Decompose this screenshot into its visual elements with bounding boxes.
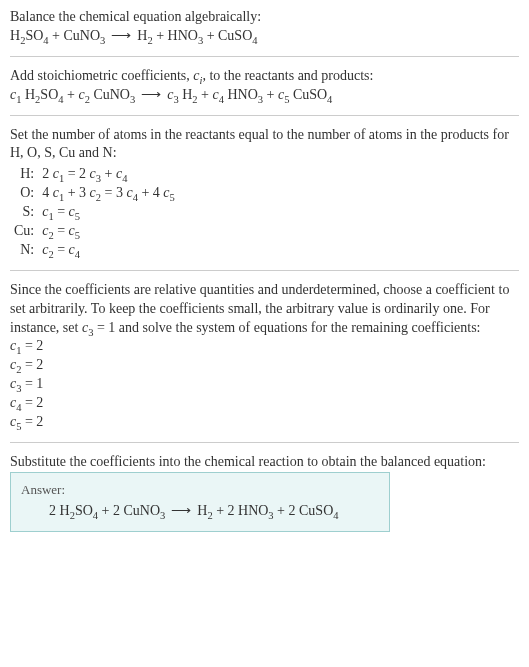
element-equation: 2 c1 = 2 c3 + c4 xyxy=(38,165,179,184)
table-row: S:c1 = c5 xyxy=(10,203,179,222)
arrow-icon: ⟶ xyxy=(105,28,137,43)
table-row: N:c2 = c4 xyxy=(10,241,179,260)
balanced-equation: 2 H2SO4 + 2 CuNO3⟶H2 + 2 HNO3 + 2 CuSO4 xyxy=(21,502,379,521)
text: Add stoichiometric coefficients, xyxy=(10,68,193,83)
stoich-text: Add stoichiometric coefficients, ci, to … xyxy=(10,67,519,86)
term: + 2 CuNO xyxy=(98,503,160,518)
stoich-equation: c1 H2SO4 + c2 CuNO3⟶c3 H2 + c4 HNO3 + c5… xyxy=(10,86,519,105)
term: H xyxy=(137,28,147,43)
sub: 4 xyxy=(252,35,257,46)
choose-section: Since the coefficients are relative quan… xyxy=(10,281,519,432)
arrow-icon: ⟶ xyxy=(135,87,167,102)
unbalanced-equation: H2SO4 + CuNO3⟶H2 + HNO3 + CuSO4 xyxy=(10,27,519,46)
term: HNO xyxy=(168,28,198,43)
term: H xyxy=(21,87,35,102)
term: + 2 CuSO xyxy=(274,503,334,518)
plus: + xyxy=(49,28,64,43)
atoms-table: H:2 c1 = 2 c3 + c4O:4 c1 + 3 c2 = 3 c4 +… xyxy=(10,165,179,259)
intro-text: Balance the chemical equation algebraica… xyxy=(10,8,519,27)
coefficient-result: c3 = 1 xyxy=(10,375,519,394)
term: CuSO xyxy=(218,28,252,43)
plus: + xyxy=(263,87,278,102)
term: + 2 HNO xyxy=(213,503,269,518)
text: , to the reactants and products: xyxy=(202,68,373,83)
element-equation: 4 c1 + 3 c2 = 3 c4 + 4 c5 xyxy=(38,184,179,203)
coefficient-result: c4 = 2 xyxy=(10,394,519,413)
element-label: Cu: xyxy=(10,222,38,241)
term: HNO xyxy=(224,87,258,102)
plus: + xyxy=(198,87,213,102)
element-label: N: xyxy=(10,241,38,260)
plus: + xyxy=(64,87,79,102)
term: H xyxy=(10,28,20,43)
element-equation: c2 = c4 xyxy=(38,241,179,260)
term: H xyxy=(197,503,207,518)
coefficient-list: c1 = 2c2 = 2c3 = 1c4 = 2c5 = 2 xyxy=(10,337,519,431)
atoms-intro: Set the number of atoms in the reactants… xyxy=(10,126,519,164)
coefficient-result: c1 = 2 xyxy=(10,337,519,356)
stoich-section: Add stoichiometric coefficients, ci, to … xyxy=(10,67,519,105)
element-equation: c2 = c5 xyxy=(38,222,179,241)
coefficient-result: c5 = 2 xyxy=(10,413,519,432)
sub: 4 xyxy=(333,510,338,521)
divider xyxy=(10,56,519,57)
sub: 4 xyxy=(327,93,332,104)
answer-box: Answer: 2 H2SO4 + 2 CuNO3⟶H2 + 2 HNO3 + … xyxy=(10,472,390,532)
choose-text: Since the coefficients are relative quan… xyxy=(10,281,519,338)
plus: + xyxy=(153,28,168,43)
table-row: O:4 c1 + 3 c2 = 3 c4 + 4 c5 xyxy=(10,184,179,203)
term: SO xyxy=(40,87,58,102)
term: CuSO xyxy=(289,87,327,102)
element-label: S: xyxy=(10,203,38,222)
element-label: H: xyxy=(10,165,38,184)
final-section: Substitute the coefficients into the che… xyxy=(10,453,519,532)
plus: + xyxy=(203,28,218,43)
element-equation: c1 = c5 xyxy=(38,203,179,222)
balance-intro: Balance the chemical equation algebraica… xyxy=(10,8,519,46)
divider xyxy=(10,270,519,271)
table-row: Cu:c2 = c5 xyxy=(10,222,179,241)
term: H xyxy=(179,87,193,102)
atoms-section: Set the number of atoms in the reactants… xyxy=(10,126,519,260)
answer-label: Answer: xyxy=(21,481,379,499)
element-label: O: xyxy=(10,184,38,203)
term: 2 H xyxy=(49,503,70,518)
final-intro: Substitute the coefficients into the che… xyxy=(10,453,519,472)
table-row: H:2 c1 = 2 c3 + c4 xyxy=(10,165,179,184)
arrow-icon: ⟶ xyxy=(165,503,197,518)
term: CuNO xyxy=(90,87,130,102)
term: SO xyxy=(75,503,93,518)
divider xyxy=(10,115,519,116)
coefficient-result: c2 = 2 xyxy=(10,356,519,375)
text: = 1 and solve the system of equations fo… xyxy=(93,320,480,335)
divider xyxy=(10,442,519,443)
term: SO xyxy=(25,28,43,43)
term: CuNO xyxy=(63,28,100,43)
